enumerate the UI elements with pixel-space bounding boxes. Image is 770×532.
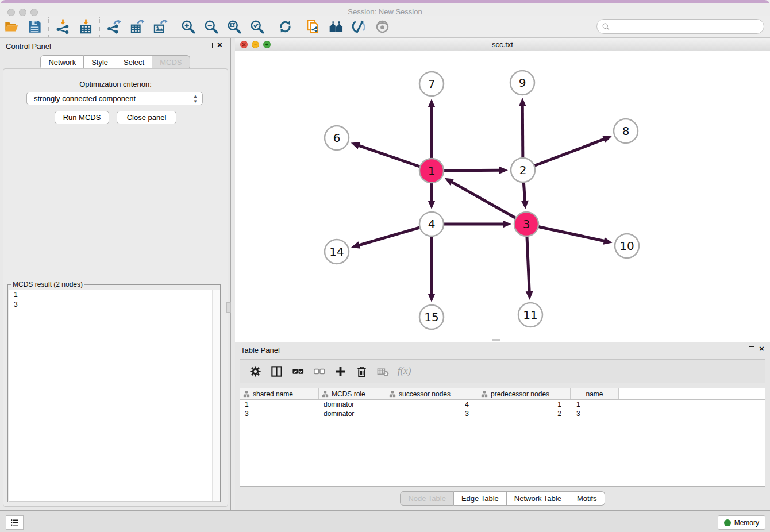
table-panel-float-icon[interactable] — [749, 346, 754, 352]
show-column-button[interactable] — [266, 361, 287, 381]
import-table-icon — [78, 19, 94, 34]
export-network-button[interactable] — [102, 17, 125, 37]
zoom-out-button[interactable] — [199, 17, 222, 37]
cell-name[interactable]: 3 — [571, 409, 619, 418]
cell-predecessor-nodes[interactable]: 1 — [478, 400, 571, 409]
checked-boxes-icon — [291, 365, 305, 378]
graph-edge-arrowhead — [519, 98, 526, 106]
tab-motifs[interactable]: Motifs — [569, 491, 605, 506]
graph-edge-arrowhead — [351, 241, 360, 248]
graph-edge[interactable] — [523, 139, 605, 170]
select-all-button[interactable] — [287, 361, 309, 381]
zoom-fit-button[interactable] — [222, 17, 245, 37]
graph-node-label: 14 — [329, 245, 344, 259]
cell-mcds-role[interactable]: dominator — [319, 409, 386, 418]
import-network-button[interactable] — [51, 17, 74, 37]
criterion-select[interactable]: strongly connected component ▲▼ — [26, 92, 203, 105]
function-builder-button[interactable]: f(x) — [394, 361, 415, 381]
column-header-name[interactable]: name — [571, 388, 619, 399]
search-input[interactable] — [610, 21, 764, 32]
close-panel-button[interactable]: Close panel — [117, 111, 176, 124]
node-table: shared name MCDS role successor nodes pr… — [240, 388, 765, 487]
tab-network-table[interactable]: Network Table — [507, 491, 569, 506]
column-header-shared-name[interactable]: shared name — [240, 388, 319, 399]
mcds-result-item[interactable]: 3 — [9, 300, 220, 310]
network-view-window: ✕ − + scc.txt 7968124314101511 — [235, 38, 770, 342]
toolbar-separator — [48, 17, 49, 37]
deselect-all-button[interactable] — [309, 361, 330, 381]
cell-shared-name[interactable]: 1 — [240, 400, 319, 409]
column-header-successor-nodes[interactable]: successor nodes — [386, 388, 478, 399]
export-table-button[interactable] — [125, 17, 148, 37]
graph-node-label: 7 — [428, 77, 436, 91]
cell-predecessor-nodes[interactable]: 2 — [478, 409, 571, 418]
eye-icon — [375, 19, 390, 34]
graph-node-label: 3 — [523, 217, 530, 231]
table-panel-title: Table Panel — [241, 346, 280, 354]
zoom-in-icon — [180, 19, 196, 34]
mcds-result-list[interactable]: 1 3 — [9, 290, 220, 502]
run-mcds-button[interactable]: Run MCDS — [55, 111, 109, 124]
tab-mcds[interactable]: MCDS — [152, 55, 190, 70]
table-row[interactable]: 3 dominator 3 2 3 — [240, 409, 765, 418]
panel-splitter-handle[interactable] — [226, 302, 231, 313]
criterion-value: strongly connected component — [34, 94, 136, 103]
mcds-result-scrollbar[interactable] — [212, 290, 220, 501]
fx-icon: f(x) — [398, 365, 411, 377]
network-graph[interactable]: 7968124314101511 — [235, 51, 770, 342]
table-panel-close-icon[interactable]: × — [759, 344, 764, 354]
save-session-button[interactable] — [23, 17, 46, 37]
graphics-details-button[interactable] — [371, 17, 394, 37]
open-session-button[interactable] — [0, 17, 23, 37]
memory-label: Memory — [734, 519, 759, 527]
first-neighbors-button[interactable] — [325, 17, 348, 37]
delete-column-button[interactable] — [351, 361, 372, 381]
cell-name[interactable]: 1 — [571, 400, 619, 409]
duplicate-network-button[interactable] — [302, 17, 325, 37]
cell-mcds-role[interactable]: dominator — [319, 400, 386, 409]
import-table-button[interactable] — [74, 17, 97, 37]
unchecked-boxes-icon — [313, 365, 326, 378]
graph-edge-arrowhead — [351, 142, 360, 149]
zoom-out-icon — [203, 19, 219, 34]
control-panel-float-icon[interactable] — [207, 43, 213, 48]
table-settings-button[interactable] — [245, 361, 266, 381]
refresh-button[interactable] — [274, 17, 297, 37]
tab-network[interactable]: Network — [40, 55, 84, 70]
tab-node-table[interactable]: Node Table — [400, 491, 454, 506]
graph-edge[interactable] — [452, 182, 526, 224]
tab-edge-table[interactable]: Edge Table — [454, 491, 507, 506]
mcds-result-item[interactable]: 1 — [9, 290, 220, 300]
task-history-button[interactable] — [6, 515, 24, 530]
memory-button[interactable]: Memory — [718, 515, 765, 530]
export-image-button[interactable] — [148, 17, 171, 37]
graph-node-label: 6 — [333, 131, 341, 145]
tab-select[interactable]: Select — [116, 55, 152, 70]
cell-shared-name[interactable]: 3 — [240, 409, 319, 418]
add-column-button[interactable] — [330, 361, 351, 381]
column-header-mcds-role[interactable]: MCDS role — [319, 388, 386, 399]
network-hscrollbar[interactable] — [492, 339, 500, 341]
export-network-icon — [106, 19, 122, 34]
window-title: Session: New Session — [0, 7, 770, 16]
zoom-selected-button[interactable] — [245, 17, 268, 37]
zoom-fit-icon — [226, 19, 242, 34]
control-panel-close-icon[interactable]: × — [217, 40, 222, 50]
graph-node-label: 15 — [424, 310, 438, 324]
network-view-titlebar: ✕ − + scc.txt — [235, 38, 770, 51]
gear-icon — [249, 365, 262, 378]
table-toolbar: f(x) — [240, 359, 765, 383]
cell-successor-nodes[interactable]: 3 — [386, 409, 478, 418]
cell-successor-nodes[interactable]: 4 — [386, 400, 478, 409]
tab-style[interactable]: Style — [84, 55, 116, 70]
column-header-predecessor-nodes[interactable]: predecessor nodes — [478, 388, 571, 399]
graph-edge-arrowhead — [521, 201, 529, 209]
toolbar-separator — [299, 17, 299, 37]
column-header-filler — [619, 388, 765, 399]
graph-edge-arrowhead — [428, 294, 436, 302]
table-row[interactable]: 1 dominator 4 1 1 — [240, 400, 765, 409]
zoom-in-button[interactable] — [176, 17, 199, 37]
table-panel-tabs: Node Table Edge Table Network Table Moti… — [235, 491, 770, 506]
delete-table-button[interactable] — [372, 361, 394, 381]
vizmapper-button[interactable] — [348, 17, 371, 37]
